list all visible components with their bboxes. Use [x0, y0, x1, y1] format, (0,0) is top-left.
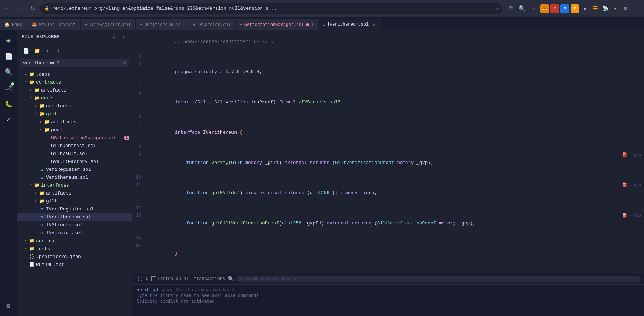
code-token: Gilt: [231, 160, 245, 165]
tree-item-iverithereum[interactable]: ◻ IVerithereum.sol: [17, 213, 132, 221]
code-editor[interactable]: 1 // SPDX-License-Identifier: GPL-3.0 2 …: [132, 30, 644, 273]
tab-veriregister[interactable]: ◻ VeriRegister.sol: [81, 19, 135, 30]
tree-item-giltvault[interactable]: ◻ GiltVault.sol: [17, 150, 132, 157]
tree-item-contracts-artifacts[interactable]: 📁 artifacts: [17, 86, 132, 94]
workspace-selector[interactable]: verithereum 2 ⚙: [20, 59, 129, 67]
search-ext-icon[interactable]: 🔍: [517, 4, 527, 14]
tab-iverithereum[interactable]: ◻ IVerithereum.sol ✕: [319, 19, 381, 30]
filter-input[interactable]: [237, 276, 640, 282]
tab-ivversion[interactable]: ◻ IVversion.sol: [188, 19, 235, 30]
tree-item-iveriregister[interactable]: ◻ IVeriRegister.sol: [17, 205, 132, 213]
activity-search[interactable]: 🔍: [1, 65, 16, 79]
url-bar[interactable]: 🔒 remix.ethereum.org/#lang=en&optimize=f…: [40, 3, 504, 14]
tree-item-core[interactable]: 📂 core: [17, 94, 132, 102]
tab-icon[interactable]: ⧉: [506, 4, 516, 14]
tree-item-ivstructs[interactable]: ◻ IVStructs.sol: [17, 221, 132, 229]
tree-item-veriregister[interactable]: ◻ VeriRegister.sol: [17, 165, 132, 173]
file-tree: 📁 .deps 📂 contracts 📁 artifacts 📂 core: [17, 69, 132, 316]
folder-icon-ifaces-gilt: 📁: [39, 198, 45, 204]
activity-git[interactable]: ⎇: [1, 81, 16, 95]
activity-settings[interactable]: ⚙: [1, 299, 16, 313]
tab-home[interactable]: 🏠 Home: [0, 19, 27, 30]
sol-icon-3: ◻: [193, 23, 195, 27]
tree-item-tests[interactable]: 📁 tests: [17, 245, 132, 253]
tab-verithereum[interactable]: ◻ Verithereum.sol: [136, 19, 188, 30]
back-button[interactable]: ←: [3, 4, 13, 14]
new-folder-button[interactable]: 📁: [32, 46, 41, 55]
tree-item-contracts[interactable]: 📂 contracts: [17, 78, 132, 86]
ext-qr-icon[interactable]: ▦: [581, 4, 589, 13]
tree-item-gilt[interactable]: 📂 gilt: [17, 110, 132, 118]
code-line-7: 7 interface IVerithereum {: [132, 121, 644, 144]
sol-icon-gvf: ◻: [44, 159, 50, 164]
tree-item-ifaces-artifacts[interactable]: 📁 artifacts: [17, 189, 132, 197]
code-line-12: 12: [132, 204, 644, 212]
ext-rss-icon[interactable]: ☰: [591, 4, 599, 13]
forward-button[interactable]: →: [15, 4, 25, 14]
label-gilt-artifacts: artifacts: [51, 119, 129, 125]
metamask-icon[interactable]: 🦊: [540, 4, 549, 13]
activity-check[interactable]: ✓: [1, 112, 16, 127]
tree-item-gilt-artifacts[interactable]: 📁 artifacts: [17, 118, 132, 126]
activity-files[interactable]: 📄: [1, 49, 16, 63]
listen-checkbox[interactable]: [151, 276, 156, 281]
tree-item-prettierrc[interactable]: {} .prettierrc.json: [17, 253, 132, 261]
tree-item-deps[interactable]: 📁 .deps: [17, 70, 132, 78]
close-tab-button[interactable]: ✕: [371, 22, 377, 27]
tree-item-interfaces[interactable]: 📂 interfaces: [17, 181, 132, 189]
tree-item-giltcontract[interactable]: ◻ GiltContract.sol: [17, 142, 132, 150]
info-text-1: Type the library name to see available c…: [137, 293, 261, 298]
expand-panel-button[interactable]: ⟨⟨: [137, 276, 143, 282]
line-tools-13: ⛽ - gas: [622, 212, 644, 219]
filter-search-icon[interactable]: 🔍: [228, 276, 234, 282]
line-tools-9: ⛽ - gas: [622, 151, 644, 159]
ext-star2-icon[interactable]: ✦: [611, 4, 620, 13]
tree-item-core-artifacts[interactable]: 📁 artifacts: [17, 102, 132, 110]
code-token: uint256: [282, 221, 304, 226]
line-num-10: 10: [132, 174, 147, 182]
workspace-dropdown-icon: ⚙: [123, 60, 126, 66]
wallet-tab-icon: 🦊: [32, 22, 37, 27]
tree-item-ivversion[interactable]: ◻ IVversion.sol: [17, 229, 132, 237]
menu-icon[interactable]: ⋮: [631, 4, 641, 14]
code-line-15: 15 }: [132, 242, 644, 265]
check-action-button[interactable]: ✓: [111, 33, 118, 41]
code-token: [175, 160, 186, 165]
activity-logo[interactable]: ◈: [1, 33, 16, 48]
tree-item-ifaces-gilt[interactable]: 📁 gilt: [17, 197, 132, 205]
code-token: }: [175, 251, 178, 256]
new-file-button[interactable]: 📄: [22, 46, 30, 55]
upload-button[interactable]: ⬆: [43, 46, 52, 55]
more-action-button[interactable]: ›: [120, 33, 128, 41]
tree-item-gvaultfactory[interactable]: ◻ GVaultFactory.sol: [17, 157, 132, 165]
tree-item-gilt-pool[interactable]: 📁 pool: [17, 126, 132, 134]
tree-item-gattest-file[interactable]: ◻ GAttestationManager.sol 1: [17, 134, 132, 142]
tree-item-verithereum-c[interactable]: ◻ Verithereum.sol: [17, 173, 132, 181]
ext-cast-icon[interactable]: 📡: [601, 4, 609, 13]
ext-yellow-icon[interactable]: P: [571, 4, 579, 13]
gas-icon-11[interactable]: ⛽: [622, 182, 628, 189]
code-token: view: [245, 190, 259, 196]
tree-item-scripts[interactable]: 📁 scripts: [17, 237, 132, 245]
ext-puzzle-icon[interactable]: ⊞: [621, 4, 630, 13]
refresh-button[interactable]: ↻: [27, 4, 37, 14]
tab-wallet[interactable]: 🦊 Wallet Connect: [27, 19, 80, 30]
activity-plugins[interactable]: 🐛: [1, 97, 16, 111]
code-token: memory: [341, 190, 360, 196]
download-button[interactable]: ⬇: [54, 46, 63, 55]
gas-icon-13[interactable]: ⛽: [622, 212, 628, 219]
code-token: interface: [175, 130, 203, 135]
code-token: returns: [284, 190, 307, 196]
tab-gattest[interactable]: ◻ GAttestationManager.sol 1: [236, 19, 318, 30]
folder-icon-core: 📂: [34, 95, 40, 101]
ext-red-icon[interactable]: R: [550, 4, 559, 13]
tree-item-readme[interactable]: 📃 README.txt: [17, 261, 132, 268]
line-content-6: [147, 114, 644, 121]
ext-blue-icon[interactable]: N: [560, 4, 569, 13]
star-icon[interactable]: ☆: [529, 4, 539, 14]
listen-checkbox-container[interactable]: Listen on all transactions: [151, 276, 225, 281]
gas-icon-9[interactable]: ⛽: [622, 151, 628, 159]
label-ifaces-gilt: gilt: [46, 199, 129, 204]
folder-icon-gilt-artifacts: 📁: [44, 119, 50, 125]
folder-icon-core-artifacts: 📁: [39, 103, 45, 109]
